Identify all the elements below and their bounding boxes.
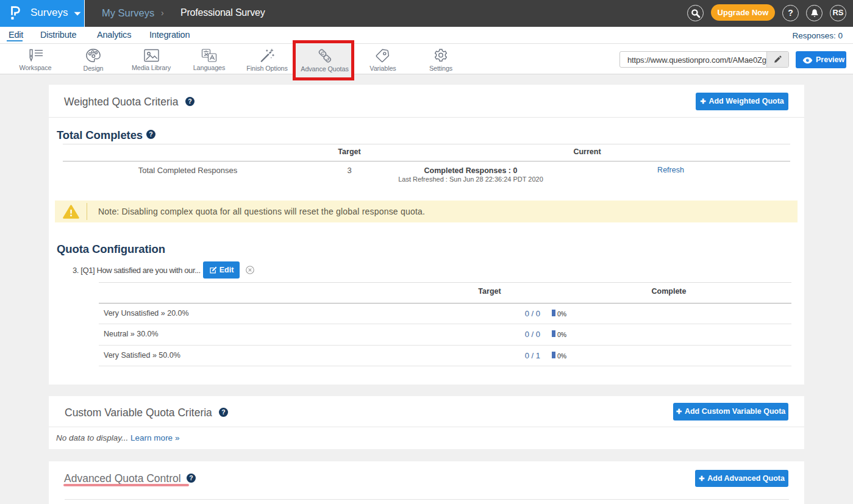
svg-text:?: ?	[221, 408, 225, 416]
svg-text:?: ?	[189, 474, 193, 481]
svg-text:?: ?	[188, 98, 191, 105]
svg-text:?: ?	[149, 130, 152, 138]
